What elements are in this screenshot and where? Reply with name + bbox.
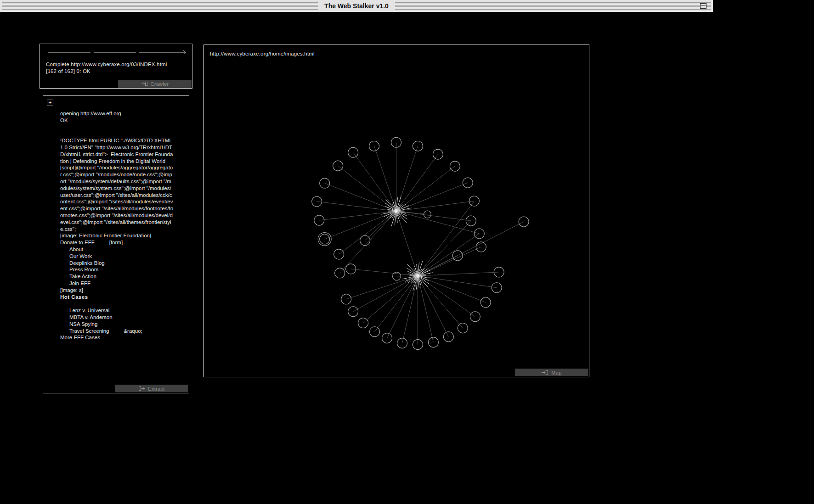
graph-node[interactable] [312,196,322,207]
extract-line: NSA Spying [60,321,174,328]
graph-link [396,154,438,211]
graph-link [338,166,396,211]
graph-link [396,211,480,234]
extract-line [60,130,174,137]
graph-link [418,221,471,276]
graph-node[interactable] [348,307,358,317]
map-label-icon [542,370,548,375]
extract-line: Hot Cases [60,294,174,301]
extract-label-bar[interactable]: Extract [115,385,188,392]
extract-line: OK [60,117,174,124]
graph-link [418,276,497,288]
extract-line: Our Work [60,253,174,260]
graph-link [396,166,455,211]
crawler-label-bar[interactable]: Crawler [118,80,192,88]
extract-line: Join EFF [60,280,174,287]
map-label-bar[interactable]: Map [515,369,588,376]
extract-line: About [60,246,174,253]
graph-hub[interactable] [417,274,419,277]
graph-link [418,276,486,302]
crawler-progress-slider[interactable] [48,50,187,55]
graph-link [374,146,396,211]
extract-line: Travel Screening &raquo; [60,328,174,335]
graph-link [418,276,433,342]
extract-line: Lenz v. Universal [60,307,174,314]
graph-node[interactable] [474,229,484,239]
extract-line [60,124,174,131]
extract-panel: + opening http://www.eff.orgOK !DOCTYPE … [43,95,189,393]
graph-node[interactable] [348,147,358,157]
graph-node[interactable] [413,141,423,151]
window-title: The Web Stalker v1.0 [318,2,395,10]
graph-node[interactable] [358,318,368,328]
extract-line: MBTA v. Anderson [60,314,174,321]
graph-node[interactable] [341,294,351,304]
extract-line: opening http://www.eff.org [60,110,174,117]
extract-line [60,300,174,307]
extract-line: Donate to EFF [form] [60,239,174,246]
extract-text: opening http://www.eff.orgOK !DOCTYPE ht… [60,110,174,341]
crawler-status-line1: Complete http://www.cyberaxe.org/03/INDE… [46,62,167,67]
extract-line: More EFF Cases [60,334,174,341]
window-titlebar[interactable]: The Web Stalker v1.0 [0,0,713,12]
expander-plus-icon[interactable]: + [47,100,53,106]
graph-link [418,272,499,276]
map-panel: http://www.cyberaxe.org/home/images.html… [204,45,589,377]
extract-label: Extract [148,386,164,392]
crawler-panel: Complete http://www.cyberaxe.org/03/INDE… [40,44,192,89]
graph-hub[interactable] [395,210,397,213]
graph-link [396,183,468,211]
crawler-label: Crawler [151,81,169,87]
windowshade-icon[interactable] [700,3,707,9]
graph-node[interactable] [369,141,379,151]
graph-link [418,256,458,276]
graph-node[interactable] [470,312,480,322]
graph-node[interactable] [433,149,443,159]
graph-link [351,269,418,276]
extract-line: [image: s] [60,287,174,294]
crawler-label-icon [141,81,148,86]
graph-link [353,152,396,211]
extract-line: [image: Electronic Frontier Foundation] [60,232,174,239]
graph-node[interactable] [466,216,476,226]
graph-link [363,276,418,323]
graph-link [396,211,418,276]
extract-line: Press Room [60,266,174,273]
graph-link [340,211,396,273]
map-label: Map [551,370,561,375]
graph-node[interactable] [424,211,431,218]
graph-node[interactable] [382,333,392,343]
graph-link [396,211,428,214]
crawler-status-line2: [162 of 162] 0: OK [46,68,90,74]
extract-line: Deeplinks Blog [60,260,174,267]
map-graph[interactable] [204,45,589,377]
graph-node[interactable] [333,161,343,171]
extract-line: !DOCTYPE html PUBLIC "-//W3C//DTD XHTML … [60,137,174,232]
graph-link [418,234,479,276]
desktop: The Web Stalker v1.0 Complete http://www… [0,0,814,504]
graph-link [418,201,474,276]
graph-node[interactable] [314,215,324,225]
extract-label-icon [138,386,145,391]
graph-link [387,276,418,338]
extract-line: Take Action [60,273,174,280]
graph-node[interactable] [334,249,344,259]
graph-link [396,211,471,221]
